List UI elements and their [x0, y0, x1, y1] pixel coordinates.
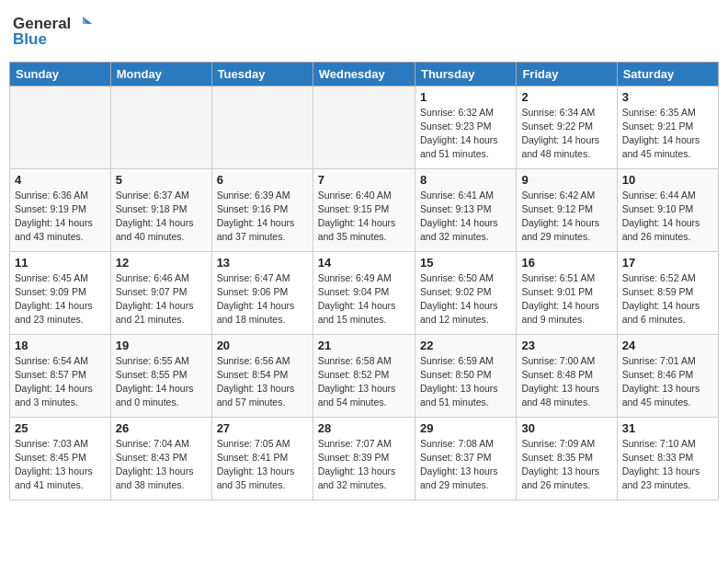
page-header: General Blue	[9, 9, 719, 54]
day-info: Sunrise: 6:36 AMSunset: 9:19 PMDaylight:…	[15, 189, 106, 245]
calendar-day-cell: 25Sunrise: 7:03 AMSunset: 8:45 PMDayligh…	[10, 417, 111, 500]
calendar-day-cell: 6Sunrise: 6:39 AMSunset: 9:16 PMDaylight…	[211, 168, 313, 251]
calendar-day-cell: 31Sunrise: 7:10 AMSunset: 8:33 PMDayligh…	[617, 417, 718, 500]
calendar-week-row: 1Sunrise: 6:32 AMSunset: 9:23 PMDaylight…	[10, 86, 719, 168]
day-number: 27	[217, 421, 308, 435]
day-info: Sunrise: 6:50 AMSunset: 9:02 PMDaylight:…	[420, 271, 511, 327]
calendar-day-cell	[10, 86, 111, 168]
day-number: 20	[217, 339, 308, 352]
day-number: 22	[420, 339, 511, 352]
calendar-day-cell: 24Sunrise: 7:01 AMSunset: 8:46 PMDayligh…	[617, 334, 718, 417]
day-info: Sunrise: 7:08 AMSunset: 8:37 PMDaylight:…	[420, 437, 511, 493]
calendar-day-cell: 8Sunrise: 6:41 AMSunset: 9:13 PMDaylight…	[415, 168, 516, 251]
day-info: Sunrise: 6:59 AMSunset: 8:50 PMDaylight:…	[420, 354, 511, 410]
day-info: Sunrise: 6:39 AMSunset: 9:16 PMDaylight:…	[217, 189, 308, 245]
day-number: 23	[521, 339, 611, 352]
day-info: Sunrise: 6:54 AMSunset: 8:57 PMDaylight:…	[15, 354, 106, 410]
calendar-header-row: SundayMondayTuesdayWednesdayThursdayFrid…	[10, 62, 719, 86]
day-number: 14	[318, 256, 410, 270]
calendar-day-cell: 19Sunrise: 6:55 AMSunset: 8:55 PMDayligh…	[110, 334, 211, 417]
day-number: 11	[15, 256, 106, 270]
calendar-day-cell: 10Sunrise: 6:44 AMSunset: 9:10 PMDayligh…	[617, 168, 718, 251]
day-number: 19	[116, 339, 207, 352]
day-number: 3	[622, 90, 713, 104]
logo: General Blue	[13, 15, 92, 49]
calendar-day-cell: 15Sunrise: 6:50 AMSunset: 9:02 PMDayligh…	[415, 251, 516, 334]
day-info: Sunrise: 6:55 AMSunset: 8:55 PMDaylight:…	[116, 354, 207, 410]
calendar-week-row: 11Sunrise: 6:45 AMSunset: 9:09 PMDayligh…	[10, 251, 719, 334]
calendar-day-cell: 1Sunrise: 6:32 AMSunset: 9:23 PMDaylight…	[415, 86, 516, 168]
calendar-day-cell	[110, 86, 211, 168]
day-number: 4	[15, 173, 106, 187]
day-info: Sunrise: 6:37 AMSunset: 9:18 PMDaylight:…	[116, 189, 207, 245]
day-number: 15	[420, 256, 511, 270]
day-info: Sunrise: 6:51 AMSunset: 9:01 PMDaylight:…	[521, 271, 611, 327]
day-number: 21	[318, 339, 410, 352]
day-number: 8	[420, 173, 511, 187]
day-of-week-header: Tuesday	[211, 62, 313, 86]
calendar-week-row: 4Sunrise: 6:36 AMSunset: 9:19 PMDaylight…	[10, 168, 719, 251]
calendar-week-row: 18Sunrise: 6:54 AMSunset: 8:57 PMDayligh…	[10, 334, 719, 417]
day-info: Sunrise: 6:34 AMSunset: 9:22 PMDaylight:…	[521, 106, 611, 162]
day-of-week-header: Monday	[110, 62, 211, 86]
calendar-day-cell: 28Sunrise: 7:07 AMSunset: 8:39 PMDayligh…	[313, 417, 415, 500]
day-number: 26	[116, 421, 207, 435]
calendar-table: SundayMondayTuesdayWednesdayThursdayFrid…	[9, 62, 719, 500]
calendar-day-cell: 29Sunrise: 7:08 AMSunset: 8:37 PMDayligh…	[415, 417, 516, 500]
day-number: 13	[217, 256, 308, 270]
calendar-day-cell: 18Sunrise: 6:54 AMSunset: 8:57 PMDayligh…	[10, 334, 111, 417]
day-number: 10	[622, 173, 713, 187]
day-number: 16	[521, 256, 611, 270]
day-info: Sunrise: 7:03 AMSunset: 8:45 PMDaylight:…	[15, 437, 106, 493]
calendar-day-cell: 9Sunrise: 6:42 AMSunset: 9:12 PMDaylight…	[517, 168, 617, 251]
day-number: 12	[116, 256, 207, 270]
day-info: Sunrise: 6:56 AMSunset: 8:54 PMDaylight:…	[217, 354, 308, 410]
day-number: 1	[420, 90, 511, 104]
day-number: 30	[521, 421, 611, 435]
day-info: Sunrise: 7:04 AMSunset: 8:43 PMDaylight:…	[116, 437, 207, 493]
day-number: 6	[217, 173, 308, 187]
calendar-day-cell: 5Sunrise: 6:37 AMSunset: 9:18 PMDaylight…	[110, 168, 211, 251]
day-of-week-header: Sunday	[10, 62, 111, 86]
day-number: 2	[521, 90, 611, 104]
calendar-day-cell: 22Sunrise: 6:59 AMSunset: 8:50 PMDayligh…	[415, 334, 516, 417]
day-info: Sunrise: 7:10 AMSunset: 8:33 PMDaylight:…	[622, 437, 713, 493]
day-info: Sunrise: 6:41 AMSunset: 9:13 PMDaylight:…	[420, 189, 511, 245]
day-info: Sunrise: 6:49 AMSunset: 9:04 PMDaylight:…	[318, 271, 410, 327]
calendar-day-cell: 26Sunrise: 7:04 AMSunset: 8:43 PMDayligh…	[110, 417, 211, 500]
day-of-week-header: Thursday	[415, 62, 516, 86]
day-number: 5	[116, 173, 207, 187]
day-info: Sunrise: 6:40 AMSunset: 9:15 PMDaylight:…	[318, 189, 410, 245]
calendar-day-cell: 4Sunrise: 6:36 AMSunset: 9:19 PMDaylight…	[10, 168, 111, 251]
day-number: 17	[622, 256, 713, 270]
day-info: Sunrise: 7:01 AMSunset: 8:46 PMDaylight:…	[622, 354, 713, 410]
calendar-day-cell: 3Sunrise: 6:35 AMSunset: 9:21 PMDaylight…	[617, 86, 718, 168]
day-number: 18	[15, 339, 106, 352]
calendar-day-cell: 30Sunrise: 7:09 AMSunset: 8:35 PMDayligh…	[517, 417, 617, 500]
day-info: Sunrise: 6:35 AMSunset: 9:21 PMDaylight:…	[622, 106, 713, 162]
calendar-day-cell: 23Sunrise: 7:00 AMSunset: 8:48 PMDayligh…	[517, 334, 617, 417]
day-number: 25	[15, 421, 106, 435]
logo-bird-icon	[74, 15, 92, 33]
calendar-day-cell: 14Sunrise: 6:49 AMSunset: 9:04 PMDayligh…	[313, 251, 415, 334]
day-number: 28	[318, 421, 410, 435]
day-info: Sunrise: 6:32 AMSunset: 9:23 PMDaylight:…	[420, 106, 511, 162]
day-info: Sunrise: 6:44 AMSunset: 9:10 PMDaylight:…	[622, 189, 713, 245]
calendar-day-cell: 2Sunrise: 6:34 AMSunset: 9:22 PMDaylight…	[517, 86, 617, 168]
calendar-day-cell: 7Sunrise: 6:40 AMSunset: 9:15 PMDaylight…	[313, 168, 415, 251]
calendar-day-cell: 21Sunrise: 6:58 AMSunset: 8:52 PMDayligh…	[313, 334, 415, 417]
day-of-week-header: Wednesday	[313, 62, 415, 86]
calendar-day-cell: 27Sunrise: 7:05 AMSunset: 8:41 PMDayligh…	[211, 417, 313, 500]
day-info: Sunrise: 6:46 AMSunset: 9:07 PMDaylight:…	[116, 271, 207, 327]
day-number: 29	[420, 421, 511, 435]
calendar-day-cell: 11Sunrise: 6:45 AMSunset: 9:09 PMDayligh…	[10, 251, 111, 334]
logo-container: General Blue	[13, 15, 92, 49]
day-number: 24	[622, 339, 713, 352]
day-number: 31	[622, 421, 713, 435]
day-info: Sunrise: 6:45 AMSunset: 9:09 PMDaylight:…	[15, 271, 106, 327]
day-of-week-header: Saturday	[617, 62, 718, 86]
day-info: Sunrise: 6:52 AMSunset: 8:59 PMDaylight:…	[622, 271, 713, 327]
calendar-day-cell: 17Sunrise: 6:52 AMSunset: 8:59 PMDayligh…	[617, 251, 718, 334]
calendar-week-row: 25Sunrise: 7:03 AMSunset: 8:45 PMDayligh…	[10, 417, 719, 500]
day-info: Sunrise: 6:58 AMSunset: 8:52 PMDaylight:…	[318, 354, 410, 410]
